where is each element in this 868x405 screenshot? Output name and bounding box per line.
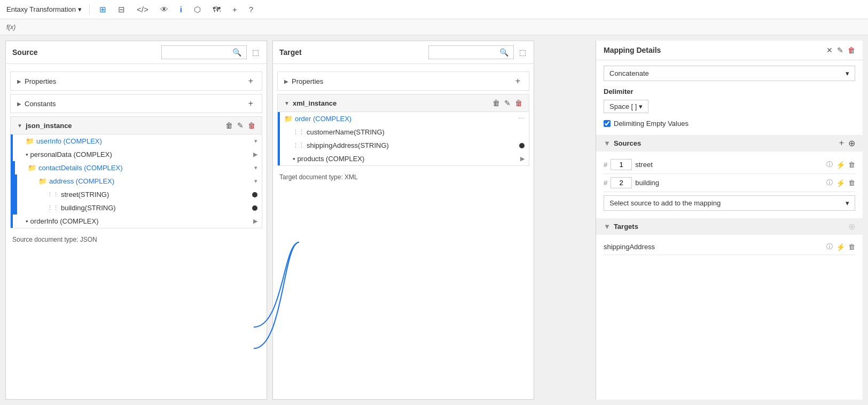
targets-add-circle-icon[interactable]: ⊕ <box>848 221 855 232</box>
shippingaddress-node[interactable]: ⋮⋮ shippingAddress(STRING) <box>288 139 529 152</box>
mapping-delete-icon[interactable]: 🗑 <box>848 46 855 54</box>
userinfo-folder-icon: 📁 <box>26 137 34 145</box>
order-group: 📁 order (COMPLEX) ⋯ ⋮⋮ customerName(STRI… <box>278 112 529 165</box>
source-building-name: building <box>635 179 823 187</box>
brand-text: Entaxy Transformation <box>6 5 76 13</box>
useinfo-row: 📁 userInfo (COMPLEX) ▾ ▪ personalData (C… <box>11 134 262 228</box>
userinfo-node[interactable]: 📁 userInfo (COMPLEX) ▾ <box>13 134 262 148</box>
target-shippingaddress-delete-icon[interactable]: 🗑 <box>848 243 855 251</box>
source-building-lightning-icon[interactable]: ⚡ <box>836 179 845 187</box>
userinfo-label: userInfo (COMPLEX) <box>36 137 252 145</box>
order-node[interactable]: 📁 order (COMPLEX) ⋯ <box>280 112 529 125</box>
contactdetails-label: contactDetails (COMPLEX) <box>38 164 252 172</box>
source-building-delete-icon[interactable]: 🗑 <box>848 179 855 187</box>
shippingaddress-grid-icon: ⋮⋮ <box>293 142 304 149</box>
funcbar-label: f(x) <box>6 23 15 31</box>
grid-split-icon[interactable]: ⊞ <box>97 4 108 15</box>
source-doc-type: Source document type: JSON <box>6 232 267 248</box>
target-properties-label: Properties <box>292 77 510 85</box>
mapping-edit-icon[interactable]: ✎ <box>837 46 843 54</box>
street-connector-dot <box>252 192 257 197</box>
constants-chevron-icon: ▶ <box>17 101 21 107</box>
info-icon[interactable]: i <box>178 4 184 15</box>
source-index-2[interactable] <box>611 177 632 188</box>
sources-collapse-icon[interactable]: ▼ <box>604 139 611 147</box>
brand-label[interactable]: Entaxy Transformation ▾ <box>6 5 82 13</box>
target-expand-icon[interactable]: ⬚ <box>518 47 527 58</box>
mapping-close-icon[interactable]: ✕ <box>826 46 833 54</box>
street-node[interactable]: ⋮⋮ street(STRING) <box>43 188 262 201</box>
sources-section-title: Sources <box>614 139 839 147</box>
target-shippingaddress-info-icon[interactable]: ⓘ <box>826 242 833 251</box>
delimiting-empty-label: Delimiting Empty Values <box>614 120 689 128</box>
userinfo-expand-icon: ▾ <box>254 138 257 145</box>
xml-edit-icon[interactable]: ✎ <box>504 99 511 107</box>
source-search-icon[interactable]: 🔍 <box>231 47 243 58</box>
source-search-box[interactable]: 🔍 <box>161 45 247 59</box>
map-icon[interactable]: 🗺 <box>210 4 223 15</box>
source-street-lightning-icon[interactable]: ⚡ <box>836 161 845 169</box>
contactdetails-node[interactable]: 📁 contactDetails (COMPLEX) ▾ <box>24 161 262 174</box>
target-search-icon[interactable]: 🔍 <box>498 47 510 58</box>
json-instance-delete-icon[interactable]: 🗑 <box>225 121 233 130</box>
source-properties-section: ▶ Properties + <box>10 72 262 91</box>
target-properties-header[interactable]: ▶ Properties + <box>278 72 529 90</box>
products-node[interactable]: ▪ products (COMPLEX) ▶ <box>288 152 529 165</box>
sources-add-icon[interactable]: + <box>839 138 844 148</box>
products-label: products (COMPLEX) <box>298 155 518 163</box>
targets-collapse-icon[interactable]: ▼ <box>604 223 611 231</box>
source-street-delete-icon[interactable]: 🗑 <box>848 161 855 169</box>
target-xml-instance: ▼ xml_instance 🗑 ✎ 🗑 <box>277 94 529 166</box>
xml-delete-icon[interactable]: 🗑 <box>492 99 500 107</box>
function-type-dropdown[interactable]: Concatenate ▾ <box>604 66 855 81</box>
properties-chevron-icon: ▶ <box>17 78 21 84</box>
json-instance-edit-icon[interactable]: ✎ <box>237 121 244 130</box>
source-index-1[interactable] <box>611 159 632 170</box>
target-doc-type: Target document type: XML <box>273 169 534 185</box>
building-node[interactable]: ⋮⋮ building(STRING) <box>43 201 262 215</box>
street-label: street(STRING) <box>61 190 248 198</box>
source-constants-header[interactable]: ▶ Constants + <box>11 94 262 113</box>
sources-add-circle-icon[interactable]: ⊕ <box>848 138 855 148</box>
building-connector-dot <box>252 205 257 211</box>
xml-instance-actions: 🗑 ✎ 🗑 <box>492 99 522 107</box>
target-search-input[interactable] <box>432 49 496 56</box>
xml-remove-icon[interactable]: 🗑 <box>515 99 522 107</box>
source-building-info-icon[interactable]: ⓘ <box>826 178 833 187</box>
targets-actions: ⊕ <box>848 221 855 232</box>
target-properties-add-icon[interactable]: + <box>513 76 522 86</box>
source-constants-section: ▶ Constants + <box>10 94 262 113</box>
help-icon[interactable]: ? <box>247 4 255 15</box>
json-instance-label: json_instance <box>26 122 222 130</box>
sources-section-header: ▼ Sources + ⊕ <box>596 135 863 152</box>
address-label: address (COMPLEX) <box>49 177 252 185</box>
source-constants-add-icon[interactable]: + <box>246 99 255 108</box>
eye-icon[interactable]: 👁 <box>158 4 170 15</box>
add-source-dropdown[interactable]: Select source to add to the mapping ▾ <box>604 195 855 211</box>
source-search-input[interactable] <box>165 49 229 56</box>
delimiting-empty-checkbox[interactable] <box>604 120 611 127</box>
source-panel-title: Source <box>12 48 157 57</box>
source-street-info-icon[interactable]: ⓘ <box>826 160 833 169</box>
mapping-details-panel: Mapping Details ✕ ✎ 🗑 Concatenate ▾ Deli… <box>596 41 863 400</box>
delimiter-select[interactable]: Space [ ] ▾ <box>604 100 648 113</box>
code-icon[interactable]: </> <box>135 4 151 15</box>
json-instance-remove-icon[interactable]: 🗑 <box>248 121 255 130</box>
address-subtree: 📁 address (COMPLEX) ▾ ⋮⋮ <box>17 174 262 215</box>
address-node[interactable]: 📁 address (COMPLEX) ▾ <box>34 174 262 188</box>
brand-chevron-icon: ▾ <box>78 5 82 13</box>
plus-icon[interactable]: + <box>230 4 239 15</box>
network-icon[interactable]: ⬡ <box>192 4 203 15</box>
source-panel-body: ▶ Properties + ▶ Constants + <box>6 64 267 399</box>
products-folder-icon: ▪ <box>293 155 295 163</box>
grid-icon[interactable]: ⊟ <box>116 4 127 15</box>
customername-node[interactable]: ⋮⋮ customerName(STRING) <box>288 125 529 139</box>
target-search-box[interactable]: 🔍 <box>428 45 514 59</box>
personaldata-node[interactable]: ▪ personalData (COMPLEX) ▶ <box>21 148 262 161</box>
source-properties-header[interactable]: ▶ Properties + <box>11 72 262 90</box>
orderinfo-node[interactable]: ▪ orderInfo (COMPLEX) ▶ <box>13 215 262 228</box>
source-properties-add-icon[interactable]: + <box>246 76 255 86</box>
source-expand-icon[interactable]: ⬚ <box>251 47 260 58</box>
source-hash-1: # <box>604 161 607 169</box>
target-shippingaddress-lightning-icon[interactable]: ⚡ <box>836 243 845 251</box>
